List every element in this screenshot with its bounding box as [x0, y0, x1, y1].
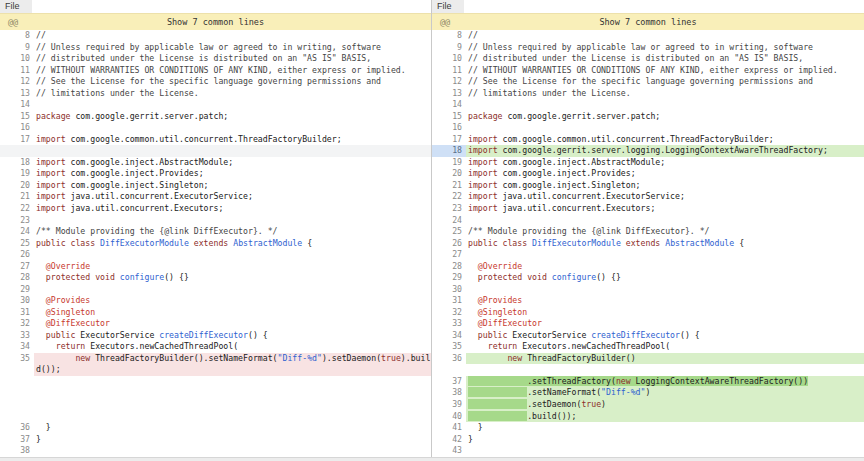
show-common-lines-button[interactable]: Show 7 common lines: [432, 14, 864, 30]
line-number[interactable]: 43: [432, 445, 466, 457]
line-number[interactable]: 8: [0, 30, 34, 42]
code-token: [36, 341, 56, 351]
line-number[interactable]: 11: [0, 65, 34, 77]
line-number[interactable]: 9: [0, 42, 34, 54]
line-number[interactable]: 26: [432, 238, 466, 250]
line-number[interactable]: 16: [432, 122, 466, 134]
line-number[interactable]: 21: [0, 191, 34, 203]
line-number[interactable]: 36: [432, 353, 466, 365]
line-number[interactable]: 8: [432, 30, 466, 42]
line-number[interactable]: 37: [432, 376, 466, 388]
line-number[interactable]: 22: [432, 191, 466, 203]
code-row: 28 @Override: [432, 261, 864, 273]
code-token: com.google.common.util.concurrent.Thread…: [66, 134, 342, 144]
hunk-bar-left[interactable]: @@ Show 7 common lines: [0, 13, 431, 30]
code-line: [34, 445, 431, 457]
line-number[interactable]: 42: [432, 434, 466, 446]
code-token: true: [381, 353, 401, 363]
line-number[interactable]: 35: [432, 341, 466, 353]
line-number[interactable]: 30: [0, 295, 34, 307]
line-number[interactable]: 22: [0, 203, 34, 215]
line-number[interactable]: 23: [0, 215, 34, 227]
line-number[interactable]: 11: [432, 65, 466, 77]
line-number[interactable]: 9: [432, 42, 466, 54]
line-number[interactable]: 10: [432, 53, 466, 65]
line-number[interactable]: 27: [432, 249, 466, 261]
code-line: [34, 399, 431, 411]
line-number[interactable]: 37: [0, 434, 34, 446]
line-number[interactable]: 24: [0, 226, 34, 238]
line-number[interactable]: 17: [432, 134, 466, 146]
line-number[interactable]: 29: [432, 272, 466, 284]
code-token: .build());: [527, 411, 576, 421]
code-token: @DiffExecutor: [46, 318, 110, 328]
line-number[interactable]: 14: [432, 99, 466, 111]
line-number[interactable]: 34: [432, 330, 466, 342]
line-number[interactable]: 15: [432, 111, 466, 123]
line-number[interactable]: 31: [432, 295, 466, 307]
code-line: new ThreadFactoryBuilder().setNameFormat…: [34, 353, 431, 365]
code-token: @Provides: [478, 295, 522, 305]
line-number[interactable]: 32: [432, 307, 466, 319]
code-row: 34 return Executors.newCachedThreadPool(: [0, 341, 431, 353]
code-token: [468, 387, 527, 397]
line-number[interactable]: 29: [0, 284, 34, 296]
line-number[interactable]: 38: [0, 445, 34, 457]
line-number[interactable]: 31: [0, 307, 34, 319]
line-number[interactable]: 10: [0, 53, 34, 65]
line-number[interactable]: 13: [0, 88, 34, 100]
bottom-scroll-track[interactable]: [0, 457, 864, 461]
line-number[interactable]: 39: [432, 399, 466, 411]
line-number[interactable]: 16: [0, 122, 34, 134]
line-number[interactable]: 18: [0, 157, 34, 169]
code-token: // limitations under the License.: [468, 88, 631, 98]
code-token: [468, 318, 478, 328]
line-number[interactable]: 13: [432, 88, 466, 100]
code-line: [34, 145, 431, 157]
line-number[interactable]: 18: [432, 145, 466, 157]
line-number[interactable]: 25: [432, 226, 466, 238]
code-token: [36, 330, 46, 340]
line-number[interactable]: 28: [432, 261, 466, 273]
show-common-lines-button[interactable]: Show 7 common lines: [0, 14, 431, 30]
code-row: 21import com.google.inject.Singleton;: [432, 180, 864, 192]
line-number[interactable]: 20: [432, 168, 466, 180]
line-number[interactable]: 12: [432, 76, 466, 88]
code-row: 24: [432, 215, 864, 227]
line-number[interactable]: 27: [0, 261, 34, 273]
code-row: 27 @Override: [0, 261, 431, 273]
code-token: [36, 272, 46, 282]
line-number[interactable]: 34: [0, 341, 34, 353]
code-token: java.util.concurrent.Executors;: [66, 203, 224, 213]
line-number[interactable]: 41: [432, 422, 466, 434]
line-number[interactable]: 26: [0, 249, 34, 261]
line-number[interactable]: 20: [0, 180, 34, 192]
line-number[interactable]: 14: [0, 99, 34, 111]
line-number[interactable]: 24: [432, 215, 466, 227]
line-number[interactable]: 17: [0, 134, 34, 146]
line-number[interactable]: 25: [0, 238, 34, 250]
code-row: 15package com.google.gerrit.server.patch…: [0, 111, 431, 123]
line-number[interactable]: 28: [0, 272, 34, 284]
code-token: java.util.concurrent.Executors;: [498, 203, 656, 213]
line-number[interactable]: 30: [432, 284, 466, 296]
line-number[interactable]: 15: [0, 111, 34, 123]
hunk-bar-right[interactable]: @@ Show 7 common lines: [432, 13, 864, 30]
line-number[interactable]: 35: [0, 353, 34, 365]
code-token: "Diff-%d": [601, 387, 645, 397]
line-number[interactable]: 19: [432, 157, 466, 169]
line-number[interactable]: 32: [0, 318, 34, 330]
code-line: [34, 387, 431, 399]
line-number[interactable]: 38: [432, 387, 466, 399]
line-number[interactable]: 23: [432, 203, 466, 215]
code-line: new ThreadFactoryBuilder(): [466, 353, 864, 365]
line-number[interactable]: 40: [432, 411, 466, 423]
line-number[interactable]: 36: [0, 422, 34, 434]
code-token: }: [468, 434, 473, 444]
line-number[interactable]: 19: [0, 168, 34, 180]
code-token: import: [468, 180, 498, 190]
line-number[interactable]: 33: [432, 318, 466, 330]
line-number[interactable]: 21: [432, 180, 466, 192]
line-number[interactable]: 12: [0, 76, 34, 88]
line-number[interactable]: 33: [0, 330, 34, 342]
